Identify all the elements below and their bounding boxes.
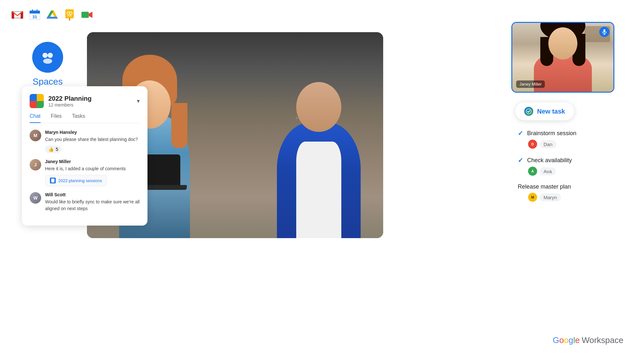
space-members: 12 members [48, 102, 132, 107]
task-row-release: Release master plan [518, 183, 625, 190]
avatar-janey: J [30, 159, 41, 171]
task-assignee-brainstorm: D Dan [518, 140, 625, 149]
svg-rect-21 [51, 179, 54, 182]
task-row-brainstorm: ✓ Brainstorm session [518, 129, 625, 137]
svg-point-25 [526, 109, 531, 114]
task-name-brainstorm: Brainstorm session [527, 130, 576, 137]
new-task-icon [524, 107, 533, 116]
assignee-name-dan: Dan [540, 140, 556, 148]
avatar-will: W [30, 192, 41, 204]
new-task-button[interactable]: New task [515, 102, 574, 120]
video-mic-icon[interactable] [599, 27, 610, 37]
top-app-icons: 31 [12, 9, 93, 21]
message-item-janey: J Janey Miller Here it is, I added a cou… [30, 159, 140, 186]
svg-rect-22 [603, 29, 605, 32]
tab-files[interactable]: Files [51, 113, 62, 123]
text-janey: Here it is, I added a couple of comments [45, 165, 140, 172]
task-row-availability: ✓ Check availability [518, 156, 625, 164]
chat-card: 2022 Planning 12 members ▾ Chat Files Ta… [22, 86, 147, 226]
text-maryn: Can you please share the latest planning… [45, 136, 140, 143]
task-check-availability: ✓ [518, 156, 523, 164]
chat-tabs: Chat Files Tasks [30, 113, 140, 123]
assignee-name-ava: Ava [540, 167, 556, 175]
tasks-panel: New task ✓ Brainstorm session D Dan ✓ Ch… [515, 102, 625, 209]
google-workspace-brand: Google Workspace [553, 335, 623, 345]
tab-chat[interactable]: Chat [30, 113, 41, 123]
avatar-maryn-task: M [528, 193, 537, 202]
avatar-ava: A [528, 167, 537, 176]
workspace-text: Workspace [582, 335, 623, 345]
avatar-maryn: M [30, 130, 41, 141]
svg-point-18 [43, 53, 48, 58]
spaces-label: Spaces [33, 77, 62, 87]
g-letter-e: e [575, 335, 580, 345]
message-content-maryn: Maryn Hansley Can you please share the l… [45, 130, 140, 153]
gmail-icon[interactable] [12, 9, 23, 21]
reaction-count: 5 [56, 147, 58, 152]
svg-rect-16 [81, 12, 89, 18]
meet-icon[interactable] [81, 9, 93, 21]
text-will: Would like to briefly sync to make sure … [45, 199, 140, 212]
task-item-brainstorm: ✓ Brainstorm session D Dan [515, 129, 625, 149]
g-letter-o2: o [564, 335, 568, 345]
dropdown-arrow[interactable]: ▾ [137, 97, 140, 105]
svg-point-20 [43, 59, 52, 64]
svg-marker-10 [46, 17, 58, 19]
new-task-label: New task [537, 108, 565, 115]
message-content-janey: Janey Miller Here it is, I added a coupl… [45, 159, 140, 186]
attachment-name: 2022 planning sessions [58, 178, 102, 183]
reaction-emoji: 👍 [48, 147, 54, 152]
avatar-dan: D [528, 140, 537, 149]
svg-rect-3 [30, 12, 40, 14]
task-name-availability: Check availability [527, 157, 572, 164]
sender-will: Will Scott [45, 192, 140, 197]
google-text: Google [553, 335, 580, 345]
task-name-release: Release master plan [518, 183, 571, 190]
sender-janey: Janey Miller [45, 159, 140, 164]
svg-text:31: 31 [33, 14, 37, 19]
space-title-area: 2022 Planning 12 members [48, 95, 132, 107]
chat-card-header: 2022 Planning 12 members ▾ [30, 94, 140, 108]
task-assignee-release: M Maryn [518, 193, 625, 202]
spaces-icon[interactable] [32, 42, 63, 73]
tab-tasks[interactable]: Tasks [72, 113, 85, 123]
video-name-badge: Janey Miller [516, 80, 545, 88]
video-call-panel: Janey Miller [511, 22, 614, 93]
sender-maryn: Maryn Hansley [45, 130, 140, 135]
task-item-release: Release master plan M Maryn [515, 183, 625, 202]
space-name: 2022 Planning [48, 95, 132, 102]
message-item-will: W Will Scott Would like to briefly sync … [30, 192, 140, 212]
task-item-availability: ✓ Check availability A Ava [515, 156, 625, 176]
task-assignee-availability: A Ava [518, 167, 625, 176]
keep-icon[interactable] [64, 9, 75, 21]
spaces-panel: Spaces [32, 42, 63, 87]
g-letter-G: G [553, 335, 559, 345]
video-background: Janey Miller [512, 23, 613, 92]
drive-icon[interactable] [46, 9, 58, 21]
doc-attachment[interactable]: 2022 planning sessions [45, 175, 107, 186]
message-content-will: Will Scott Would like to briefly sync to… [45, 192, 140, 212]
doc-icon [50, 178, 56, 183]
svg-marker-17 [89, 12, 92, 18]
task-check-brainstorm: ✓ [518, 129, 523, 137]
assignee-name-maryn: Maryn [540, 193, 561, 201]
g-letter-g: g [569, 335, 573, 345]
calendar-icon[interactable]: 31 [29, 9, 41, 21]
reaction-maryn[interactable]: 👍 5 [45, 145, 62, 153]
message-item-maryn: M Maryn Hansley Can you please share the… [30, 130, 140, 153]
g-letter-o1: o [559, 335, 564, 345]
space-icon [30, 94, 44, 108]
svg-point-19 [48, 53, 53, 58]
